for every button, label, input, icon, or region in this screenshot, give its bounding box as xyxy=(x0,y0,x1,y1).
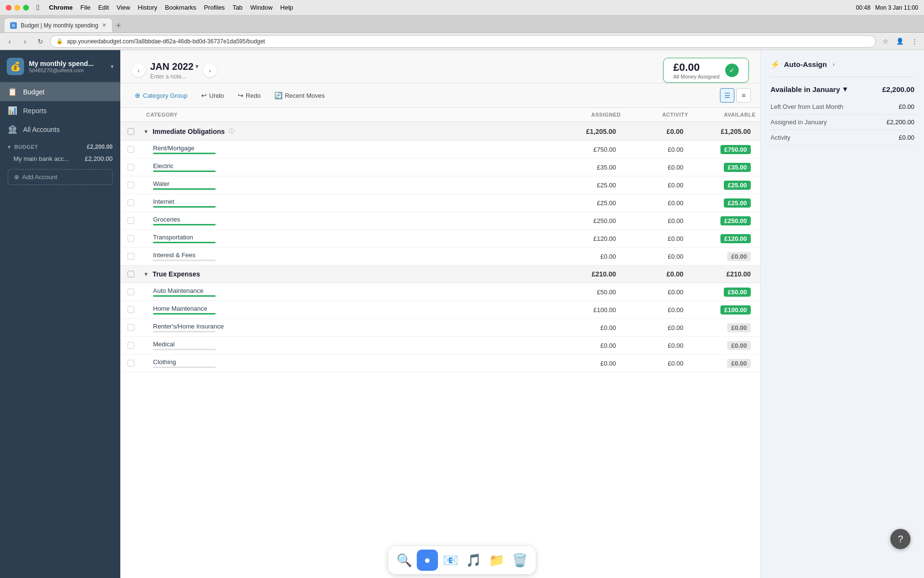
available-chevron-icon: ▾ xyxy=(843,85,847,93)
back-button[interactable]: ‹ xyxy=(4,36,15,47)
dock-mail[interactable]: 📧 xyxy=(440,550,461,571)
sidebar-item-all-accounts[interactable]: 🏦 All Accounts xyxy=(0,120,120,139)
category-assigned: £35.00 xyxy=(558,164,626,171)
tab-close-button[interactable]: ✕ xyxy=(102,22,106,28)
table-row[interactable]: Groceries £250.00 £0.00 £250.00 xyxy=(120,212,760,230)
table-row[interactable]: Medical £0.00 £0.00 £0.00 xyxy=(120,337,760,355)
close-button[interactable] xyxy=(6,5,12,11)
menu-window[interactable]: Window xyxy=(250,4,272,11)
category-name: Clothing xyxy=(143,358,216,366)
category-checkbox[interactable] xyxy=(128,306,134,313)
table-row[interactable]: Clothing £0.00 £0.00 £0.00 xyxy=(120,355,760,372)
url-bar[interactable]: 🔒 app.youneedabudget.com/3a8bbdae-d62a-4… xyxy=(50,35,876,48)
menu-history[interactable]: History xyxy=(138,4,157,11)
month-label: JAN 2022 xyxy=(150,61,193,72)
month-note[interactable]: Enter a note... xyxy=(150,73,198,80)
profile-button[interactable]: 👤 xyxy=(894,36,906,47)
sidebar-account-item[interactable]: My main bank acc... £2,200.00 xyxy=(0,152,120,165)
extensions-button[interactable]: ⋮ xyxy=(909,36,920,47)
next-month-button[interactable]: › xyxy=(203,64,217,77)
dock-finder[interactable]: 🔍 xyxy=(394,550,415,571)
menu-edit[interactable]: Edit xyxy=(98,4,109,11)
category-checkbox[interactable] xyxy=(128,324,134,331)
group-checkbox[interactable] xyxy=(128,128,134,135)
minimize-button[interactable] xyxy=(14,5,20,11)
group-chevron-icon-2[interactable]: ▼ xyxy=(143,271,149,277)
group-activity-amount-2: £0.00 xyxy=(626,270,693,278)
sidebar-header[interactable]: 💰 My monthly spend... 5d485270@uifeed.co… xyxy=(0,50,120,82)
recent-moves-button[interactable]: 🔄 Recent Moves xyxy=(270,89,330,102)
table-row[interactable]: Home Maintenance £100.00 £0.00 £100.00 xyxy=(120,301,760,319)
sidebar-item-reports[interactable]: 📊 Reports xyxy=(0,101,120,120)
group-info-icon[interactable]: ⓘ xyxy=(229,127,234,135)
category-checkbox[interactable] xyxy=(128,182,134,188)
maximize-button[interactable] xyxy=(23,5,29,11)
category-checkbox[interactable] xyxy=(128,289,134,295)
table-row[interactable]: Interest & Fees £0.00 £0.00 £0.00 xyxy=(120,248,760,265)
auto-assign-header[interactable]: ⚡ Auto-Assign › xyxy=(770,60,914,77)
category-bar xyxy=(153,367,216,368)
table-row[interactable]: Electric £35.00 £0.00 £35.00 xyxy=(120,158,760,176)
category-checkbox[interactable] xyxy=(128,342,134,349)
sidebar-section-header[interactable]: ▾ BUDGET £2,200.00 xyxy=(0,139,120,152)
category-checkbox[interactable] xyxy=(128,235,134,242)
group-row-true-expenses[interactable]: ▼ True Expenses £210.00 £0.00 £210.00 xyxy=(120,265,760,283)
compact-view-button[interactable]: ≡ xyxy=(736,88,751,103)
menu-profiles[interactable]: Profiles xyxy=(204,4,225,11)
category-checkbox[interactable] xyxy=(128,253,134,260)
table-row[interactable]: Rent/Mortgage £750.00 £0.00 £750.00 xyxy=(120,141,760,158)
checkbox-cell xyxy=(120,306,141,313)
category-name-cell: Interest & Fees xyxy=(141,251,558,261)
help-button[interactable]: ? xyxy=(890,529,911,549)
prev-month-button[interactable]: ‹ xyxy=(132,64,145,77)
category-name-cell: Groceries xyxy=(141,216,558,225)
dock-trash[interactable]: 🗑️ xyxy=(509,550,530,571)
table-row[interactable]: Water £25.00 £0.00 £25.00 xyxy=(120,176,760,194)
sidebar-item-budget[interactable]: 📋 Budget xyxy=(0,82,120,101)
group-chevron-icon[interactable]: ▼ xyxy=(143,129,149,134)
battery-time: 00:48 xyxy=(856,4,871,11)
category-checkbox[interactable] xyxy=(128,360,134,367)
checkbox-cell xyxy=(120,146,141,153)
add-category-group-button[interactable]: ⊕ Category Group xyxy=(130,89,192,102)
add-account-button[interactable]: ⊕ Add Account xyxy=(8,169,113,185)
auto-assign-chevron-icon: › xyxy=(833,61,834,68)
dock-files[interactable]: 📁 xyxy=(486,550,507,571)
bookmark-button[interactable]: ☆ xyxy=(880,36,891,47)
available-section-title[interactable]: Available in January ▾ xyxy=(770,85,847,93)
group-checkbox-2[interactable] xyxy=(128,271,134,277)
category-checkbox[interactable] xyxy=(128,217,134,224)
month-display[interactable]: JAN 2022 ▾ xyxy=(150,61,198,72)
new-tab-button[interactable]: + xyxy=(113,20,124,31)
list-view-button[interactable]: ☰ xyxy=(720,88,734,103)
sidebar-section-label: ▾ BUDGET xyxy=(8,144,38,150)
th-activity: ACTIVITY xyxy=(626,112,693,118)
app-name[interactable]: Chrome xyxy=(49,4,73,11)
table-row[interactable]: Internet £25.00 £0.00 £25.00 xyxy=(120,194,760,212)
category-checkbox[interactable] xyxy=(128,164,134,171)
menu-help[interactable]: Help xyxy=(280,4,293,11)
budget-icon: 📋 xyxy=(8,87,17,96)
undo-button[interactable]: ↩ Undo xyxy=(196,89,229,102)
table-row[interactable]: Renter's/Home Insurance £0.00 £0.00 £0.0… xyxy=(120,319,760,337)
right-panel-row-activity: Activity £0.00 xyxy=(770,130,914,145)
menu-bookmarks[interactable]: Bookmarks xyxy=(165,4,196,11)
menu-file[interactable]: File xyxy=(80,4,90,11)
redo-button[interactable]: ↪ Redo xyxy=(233,89,266,102)
dock-music[interactable]: 🎵 xyxy=(463,550,484,571)
menu-tab[interactable]: Tab xyxy=(232,4,243,11)
table-row[interactable]: Auto Maintenance £50.00 £0.00 £50.00 xyxy=(120,283,760,301)
category-checkbox[interactable] xyxy=(128,146,134,153)
sidebar-subtitle: 5d485270@uifeed.com xyxy=(29,67,106,73)
forward-button[interactable]: › xyxy=(19,36,31,47)
group-row-immediate-obligations[interactable]: ▼ Immediate Obligations ⓘ £1,205.00 £0.0… xyxy=(120,122,760,141)
category-checkbox[interactable] xyxy=(128,199,134,206)
reload-button[interactable]: ↻ xyxy=(35,36,46,47)
dock-chrome[interactable]: ● xyxy=(417,550,438,571)
apple-menu[interactable]:  xyxy=(37,3,39,12)
category-name-col: Internet xyxy=(143,198,216,208)
menu-view[interactable]: View xyxy=(116,4,130,11)
table-row[interactable]: Transportation £120.00 £0.00 £120.00 xyxy=(120,230,760,248)
browser-tab[interactable]: B Budget | My monthly spending ✕ xyxy=(4,18,113,32)
checkbox-cell xyxy=(120,253,141,260)
